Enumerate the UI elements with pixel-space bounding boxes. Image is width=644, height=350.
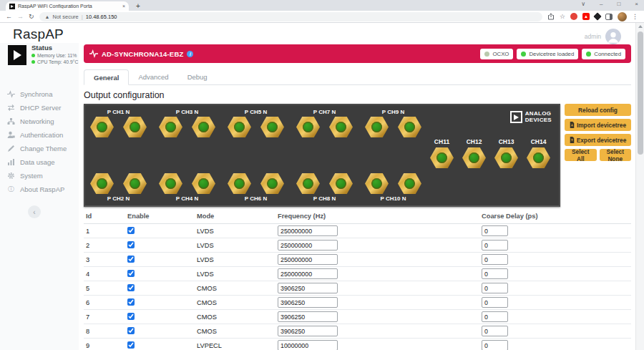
page-scrollbar[interactable]: [635, 23, 644, 350]
user-avatar[interactable]: [605, 29, 621, 44]
sma-connector: [398, 117, 421, 137]
not-secure-warning-icon: ▲: [45, 14, 50, 19]
row-id: 3: [84, 256, 127, 263]
forward-icon[interactable]: →: [17, 13, 24, 20]
sidebar-item-dhcp-server[interactable]: DHCP Server: [0, 101, 79, 115]
back-icon[interactable]: ←: [6, 13, 12, 20]
frequency-input[interactable]: [278, 297, 338, 308]
enable-checkbox[interactable]: [127, 270, 135, 277]
sma-connector: [462, 147, 486, 168]
window-close-icon[interactable]: ×: [635, 1, 638, 7]
row-id: 4: [84, 271, 127, 278]
enable-checkbox[interactable]: [127, 241, 135, 248]
import-devicetree-button[interactable]: Import devicetree: [565, 119, 631, 131]
swap-arrows-icon: [7, 104, 15, 112]
sma-connector: [228, 173, 251, 194]
sidebar-item-synchrona[interactable]: Synchrona: [0, 87, 79, 101]
table-row: 7 CMOS: [84, 310, 631, 324]
window-minimize-icon[interactable]: –: [600, 1, 602, 7]
devicetree-badge: Devicetree loaded: [517, 49, 578, 59]
table-row: 8 CMOS: [84, 324, 631, 339]
export-devicetree-button[interactable]: Export devicetree: [565, 134, 631, 146]
reload-icon[interactable]: ↻: [29, 13, 34, 20]
reload-config-button[interactable]: Reload config: [565, 104, 631, 116]
enable-checkbox[interactable]: [127, 256, 135, 263]
window-chevron-icon[interactable]: ∨: [581, 1, 585, 7]
side-panel-icon[interactable]: [605, 14, 613, 20]
table-row: 4 LVDS: [84, 267, 631, 281]
top-connector-row: P CH1 N P CH3 N: [90, 109, 421, 137]
bottom-connector-row: P CH2 N P CH4 N: [90, 173, 421, 202]
frequency-input[interactable]: [278, 340, 338, 350]
user-menu[interactable]: admin: [585, 29, 621, 44]
tab-advanced[interactable]: Advanced: [129, 69, 177, 84]
channel-label: P CH5 N: [245, 109, 267, 115]
enable-checkbox[interactable]: [127, 227, 135, 234]
url-divider: |: [82, 14, 83, 20]
tab-general[interactable]: General: [84, 69, 129, 85]
tab-debug[interactable]: Debug: [178, 69, 217, 84]
device-title: AD-SYNCHRONA14-EBZ: [102, 50, 183, 58]
row-id: 8: [84, 328, 127, 335]
delay-input[interactable]: [482, 283, 508, 293]
sidebar-item-networking[interactable]: Networking: [0, 115, 79, 128]
sma-connector: [296, 173, 320, 194]
enable-checkbox[interactable]: [127, 313, 135, 320]
sidebar-collapse-button[interactable]: ‹: [28, 205, 41, 218]
select-none-button[interactable]: Select None: [600, 149, 632, 161]
browser-profile-avatar[interactable]: [618, 12, 627, 21]
share-icon[interactable]: [547, 13, 555, 20]
connector-single: CH11: [430, 138, 454, 168]
sma-connector: [90, 173, 114, 194]
frequency-input[interactable]: [278, 326, 338, 336]
frequency-input[interactable]: [278, 254, 338, 265]
url-text: 10.48.65.150: [86, 14, 117, 20]
tab-close-icon[interactable]: ×: [122, 4, 125, 9]
new-tab-button[interactable]: +: [136, 1, 140, 11]
sidebar-item-about-raspap[interactable]: ⓘ About RaspAP: [0, 183, 79, 196]
delay-input[interactable]: [482, 240, 508, 251]
browser-menu-icon[interactable]: ⋮: [632, 13, 638, 20]
sma-connector: [398, 173, 421, 194]
info-icon[interactable]: i: [187, 51, 193, 57]
delay-input[interactable]: [482, 297, 508, 308]
sidebar-item-system[interactable]: System: [0, 169, 79, 183]
tab-bar: General Advanced Debug: [84, 69, 631, 85]
channel-label: CH14: [531, 138, 547, 145]
sma-connector: [192, 173, 215, 194]
enable-checkbox[interactable]: [127, 341, 135, 349]
frequency-input[interactable]: [278, 268, 338, 279]
frequency-input[interactable]: [278, 283, 338, 293]
scrollbar-thumb[interactable]: [638, 31, 643, 155]
header-mode: Mode: [197, 213, 278, 220]
sidebar-item-authentication[interactable]: Authentication: [0, 128, 79, 142]
adobe-extension-icon[interactable]: ▲: [582, 13, 590, 20]
delay-input[interactable]: [482, 225, 508, 236]
scroll-up-icon[interactable]: [638, 25, 643, 28]
channel-label: P CH6 N: [245, 195, 267, 202]
sidebar-item-data-usage[interactable]: Data usage: [0, 155, 79, 169]
frequency-input[interactable]: [278, 311, 338, 322]
bookmark-star-icon[interactable]: ☆: [560, 13, 565, 20]
sidebar-item-change-theme[interactable]: Change Theme: [0, 142, 79, 155]
enable-checkbox[interactable]: [127, 327, 135, 334]
frequency-input[interactable]: [278, 225, 338, 236]
status-badges: OCXO Devicetree loaded Connected: [480, 49, 625, 59]
url-bar[interactable]: ▲ Not secure | 10.48.65.150: [39, 12, 542, 21]
browser-tab[interactable]: RaspAP WiFi Configuration Porta ×: [6, 1, 129, 11]
window-maximize-icon[interactable]: □: [617, 1, 620, 7]
delay-input[interactable]: [482, 311, 508, 322]
delay-input[interactable]: [482, 340, 508, 350]
extension-red-circle-icon[interactable]: [570, 13, 577, 20]
delay-input[interactable]: [482, 254, 508, 265]
select-all-button[interactable]: Select All: [565, 149, 597, 161]
import-file-icon: [570, 122, 575, 128]
delay-input[interactable]: [482, 326, 508, 336]
enable-checkbox[interactable]: [127, 284, 135, 291]
delay-input[interactable]: [482, 268, 508, 279]
enable-checkbox[interactable]: [127, 298, 135, 306]
row-id: 6: [84, 299, 127, 306]
connector-pair: P CH2 N: [90, 173, 147, 202]
frequency-input[interactable]: [278, 240, 338, 251]
pin-extension-icon[interactable]: [593, 12, 601, 20]
